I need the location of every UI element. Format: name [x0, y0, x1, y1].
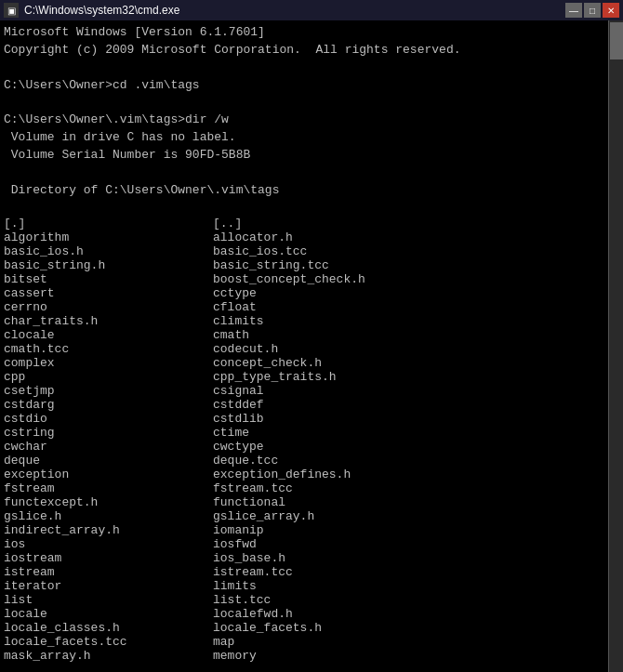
file-row: cstdargcstddef — [4, 398, 604, 412]
line-blank1 — [4, 59, 604, 77]
file-row: cmath.tcccodecut.h — [4, 342, 604, 356]
file-col1: algorithm — [4, 231, 213, 244]
file-row: basic_string.hbasic_string.tcc — [4, 258, 604, 272]
file-col2: iomanip — [213, 523, 264, 537]
file-col2: cpp_type_traits.h — [213, 370, 337, 384]
file-col1: istream — [4, 565, 213, 579]
file-col2: ios_base.h — [213, 551, 285, 565]
file-col2: climits — [213, 314, 264, 328]
file-row: basic_ios.hbasic_ios.tcc — [4, 244, 604, 258]
line-dir-command: C:\Users\Owner\.vim\tags>dir /w — [4, 112, 604, 129]
file-col1: iterator — [4, 579, 213, 593]
file-col2: map — [213, 635, 234, 649]
file-row: indirect_array.hiomanip — [4, 523, 604, 537]
file-col1: cmath.tcc — [4, 342, 213, 356]
file-row: cwcharcwctype — [4, 440, 604, 454]
file-row: gslice.hgslice_array.h — [4, 509, 604, 523]
file-row: localelocalefwd.h — [4, 607, 604, 621]
file-col1: locale_classes.h — [4, 621, 213, 635]
file-col2: csignal — [213, 384, 264, 398]
file-row: iostreamios_base.h — [4, 551, 604, 565]
file-col1: cstring — [4, 426, 213, 440]
file-col2: codecut.h — [213, 342, 278, 356]
file-row: [.][..] — [4, 217, 604, 231]
file-col1: cwchar — [4, 440, 213, 454]
file-col2: basic_ios.tcc — [213, 244, 307, 258]
title-icon: ▣ — [4, 3, 19, 18]
file-col1: indirect_array.h — [4, 523, 213, 537]
file-col1: cerrno — [4, 300, 213, 314]
file-row: cppcpp_type_traits.h — [4, 370, 604, 384]
file-col2: localefwd.h — [213, 607, 293, 621]
scrollbar[interactable] — [608, 20, 623, 672]
file-row: iosiosfwd — [4, 537, 604, 551]
maximize-button[interactable]: □ — [584, 3, 601, 18]
file-col2: cstddef — [213, 398, 264, 412]
file-row: clocalecmath — [4, 328, 604, 342]
file-col2: ctime — [213, 426, 249, 440]
scrollbar-thumb[interactable] — [610, 22, 623, 59]
file-col2: cmath — [213, 328, 249, 342]
file-col1: deque — [4, 454, 213, 468]
line-volume: Volume in drive C has no label. — [4, 129, 604, 147]
file-col1: basic_ios.h — [4, 244, 213, 258]
file-col2: memory — [213, 649, 257, 663]
file-col1: bitset — [4, 272, 213, 286]
file-col2: [..] — [213, 217, 242, 231]
file-col1: exception — [4, 468, 213, 481]
file-col2: concept_check.h — [213, 356, 322, 370]
file-col2: deque.tcc — [213, 454, 278, 468]
file-col1: clocale — [4, 328, 213, 342]
file-col1: char_traits.h — [4, 314, 213, 328]
file-col2: cctype — [213, 286, 257, 300]
file-row: exceptionexception_defines.h — [4, 468, 604, 481]
file-col2: iosfwd — [213, 537, 257, 551]
file-col2: cwctype — [213, 440, 264, 454]
file-col2: limits — [213, 579, 257, 593]
minimize-button[interactable]: — — [565, 3, 582, 18]
line-directory: Directory of C:\Users\Owner\.vim\tags — [4, 182, 604, 200]
file-col2: exception_defines.h — [213, 468, 351, 481]
line-blank2 — [4, 94, 604, 112]
title-bar: ▣ C:\Windows\system32\cmd.exe — □ ✕ — [0, 0, 623, 20]
line-blank4 — [4, 199, 604, 217]
file-col1: functexcept.h — [4, 495, 213, 509]
file-col1: csetjmp — [4, 384, 213, 398]
file-row: listlist.tcc — [4, 593, 604, 607]
file-row: cerrnocfloat — [4, 300, 604, 314]
file-row: istreamistream.tcc — [4, 565, 604, 579]
line-serial: Volume Serial Number is 90FD-5B8B — [4, 147, 604, 165]
file-col1: iostream — [4, 551, 213, 565]
file-row: bitsetboost_concept_check.h — [4, 272, 604, 286]
file-row: dequedeque.tcc — [4, 454, 604, 468]
file-col1: fstream — [4, 481, 213, 495]
file-row: complexconcept_check.h — [4, 356, 604, 370]
file-col2: fstream.tcc — [213, 481, 293, 495]
line-ms-windows: Microsoft Windows [Version 6.1.7601] — [4, 24, 604, 42]
line-copyright: Copyright (c) 2009 Microsoft Corporation… — [4, 42, 604, 59]
file-col2: istream.tcc — [213, 565, 293, 579]
file-col2: cstdlib — [213, 412, 264, 426]
file-col2: functional — [213, 495, 285, 509]
file-col1: mask_array.h — [4, 649, 213, 663]
file-col1: [.] — [4, 217, 213, 231]
file-col1: cpp — [4, 370, 213, 384]
file-row: char_traits.hclimits — [4, 314, 604, 328]
file-col2: cfloat — [213, 300, 257, 314]
window-title: C:\Windows\system32\cmd.exe — [24, 4, 179, 17]
file-col1: locale — [4, 607, 213, 621]
file-col1: cassert — [4, 286, 213, 300]
file-col1: complex — [4, 356, 213, 370]
file-col1: basic_string.h — [4, 258, 213, 272]
file-col2: list.tcc — [213, 593, 271, 607]
file-col2: basic_string.tcc — [213, 258, 329, 272]
file-col1: ios — [4, 537, 213, 551]
file-col1: gslice.h — [4, 509, 213, 523]
file-row: csetjmpcsignal — [4, 384, 604, 398]
line-blank3 — [4, 165, 604, 182]
file-col2: locale_facets.h — [213, 621, 322, 635]
terminal: Microsoft Windows [Version 6.1.7601] Cop… — [0, 20, 623, 672]
file-col1: list — [4, 593, 213, 607]
file-col1: locale_facets.tcc — [4, 635, 213, 649]
close-button[interactable]: ✕ — [603, 3, 619, 18]
